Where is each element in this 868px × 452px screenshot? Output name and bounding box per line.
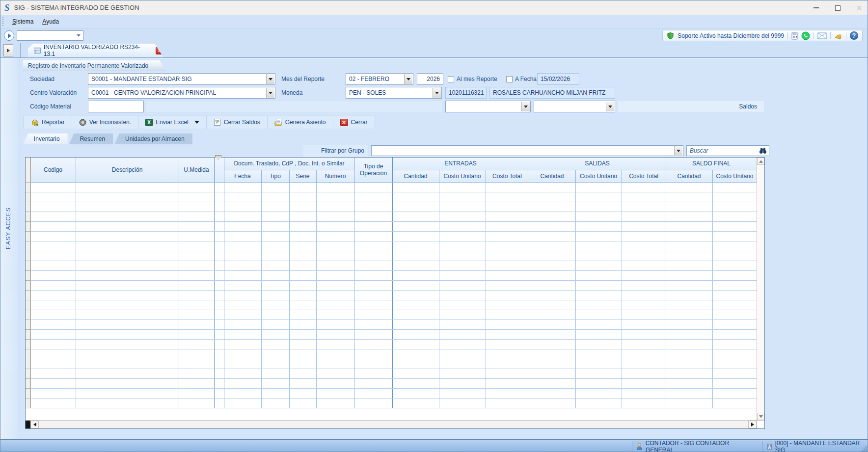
col-header-entradas-costo-total[interactable]: Costo Total: [486, 170, 529, 182]
fecha-field[interactable]: 15/02/2026: [537, 73, 579, 85]
col-header-salidas-costo-total[interactable]: Costo Total: [622, 170, 666, 182]
col-header-tipo-operacion[interactable]: Tipo de Operación: [354, 158, 392, 182]
scroll-left-button[interactable]: [30, 421, 39, 428]
dropdown-caret-icon[interactable]: [194, 121, 199, 124]
responsable-field[interactable]: ROSALES CARHUANCHO MILJAN FRITZ: [489, 87, 615, 99]
run-button[interactable]: [4, 30, 14, 41]
tab-close-icon[interactable]: ✕: [156, 47, 163, 54]
table-row[interactable]: [26, 221, 757, 231]
sidebar-expand-button[interactable]: [3, 44, 13, 56]
col-header-numero[interactable]: Numero: [316, 170, 354, 182]
chevron-down-icon[interactable]: [674, 146, 682, 155]
table-row[interactable]: [26, 290, 757, 300]
table-row[interactable]: [26, 270, 757, 280]
scroll-up-button[interactable]: [757, 158, 764, 165]
col-header-fecha[interactable]: Fecha: [224, 170, 261, 182]
scroll-right-button[interactable]: [748, 421, 757, 428]
row-selector-cell[interactable]: [26, 182, 30, 192]
row-selector-cell[interactable]: [26, 359, 30, 369]
col-header-saldo-costo-unitario[interactable]: Costo Unitario: [712, 170, 757, 182]
minimize-button[interactable]: [811, 2, 821, 13]
ver-inconsistencias-button[interactable]: Ver Inconsisten.: [72, 116, 138, 129]
table-row[interactable]: [26, 349, 757, 359]
quick-search-combobox[interactable]: [17, 30, 83, 41]
row-selector-cell[interactable]: [26, 192, 30, 202]
col-header-saldo-cantidad[interactable]: Cantidad: [666, 170, 712, 182]
row-selector-cell[interactable]: [26, 329, 30, 339]
table-row[interactable]: [26, 261, 757, 270]
table-row[interactable]: [26, 398, 757, 408]
table-row[interactable]: [26, 369, 757, 378]
table-row[interactable]: [26, 241, 757, 251]
row-selector-cell[interactable]: [26, 290, 30, 300]
moneda-combobox[interactable]: PEN - SOLES: [346, 87, 442, 99]
table-row[interactable]: [26, 182, 757, 192]
calculator-icon[interactable]: [791, 32, 798, 40]
row-selector-cell[interactable]: [26, 241, 30, 251]
col-header-serie[interactable]: Serie: [289, 170, 316, 182]
close-window-button[interactable]: ✕: [854, 2, 865, 13]
filtrar-por-grupo-combobox[interactable]: [371, 145, 683, 156]
row-selector-cell[interactable]: [26, 300, 30, 310]
table-row[interactable]: [26, 202, 757, 212]
chevron-down-icon[interactable]: [433, 88, 441, 98]
horizontal-scrollbar[interactable]: [26, 420, 757, 428]
col-header-codigo[interactable]: Codigo: [30, 158, 76, 182]
table-row[interactable]: [26, 300, 757, 310]
mail-icon[interactable]: [817, 32, 827, 39]
scroll-down-button[interactable]: [757, 413, 764, 420]
vertical-scrollbar[interactable]: [757, 158, 764, 420]
table-row[interactable]: [26, 339, 757, 349]
tab-inventario[interactable]: Inventario: [23, 133, 68, 144]
table-row[interactable]: [26, 319, 757, 329]
col-header-salidas-costo-unitario[interactable]: Costo Unitario: [575, 170, 622, 182]
row-selector-cell[interactable]: [26, 280, 30, 290]
horn-icon[interactable]: [834, 32, 842, 40]
table-row[interactable]: [26, 212, 757, 221]
table-row[interactable]: [26, 251, 757, 261]
row-selector-cell[interactable]: [26, 251, 30, 261]
row-selector-cell[interactable]: [26, 319, 30, 329]
chevron-down-icon[interactable]: [521, 102, 530, 111]
enviar-excel-button[interactable]: X Enviar Excel: [138, 116, 207, 129]
filtro2-combobox[interactable]: [534, 101, 615, 112]
table-row[interactable]: [26, 310, 757, 319]
maximize-button[interactable]: [832, 2, 843, 13]
chevron-down-icon[interactable]: [266, 74, 274, 84]
tab-unidades-por-almacen[interactable]: Unidades por Almacen: [114, 133, 192, 144]
binoculars-icon[interactable]: [759, 147, 767, 154]
row-selector-cell[interactable]: [26, 388, 30, 398]
chevron-down-icon[interactable]: [266, 88, 274, 98]
cerrar-saldos-button[interactable]: Cerrar Saldos: [207, 116, 268, 129]
table-row[interactable]: [26, 280, 757, 290]
table-row[interactable]: [26, 329, 757, 339]
row-selector-cell[interactable]: [26, 221, 30, 231]
saldos-label[interactable]: Saldos: [739, 103, 757, 110]
select-all-cell[interactable]: [26, 158, 30, 182]
reportar-button[interactable]: Reportar: [24, 116, 72, 129]
row-selector-cell[interactable]: [26, 339, 30, 349]
row-selector-cell[interactable]: [26, 231, 30, 241]
col-header-salidas-cantidad[interactable]: Cantidad: [529, 170, 575, 182]
a-fecha-checkbox[interactable]: A Fecha: [506, 73, 537, 85]
table-row[interactable]: [26, 192, 757, 202]
row-selector-cell[interactable]: [26, 202, 30, 212]
tab-inventario-valorizado[interactable]: INVENTARIO VALORIZADO RS234-13.1 ✕: [28, 44, 163, 57]
row-selector-cell[interactable]: [26, 270, 30, 280]
col-header-entradas-cantidad[interactable]: Cantidad: [392, 170, 439, 182]
menu-ayuda[interactable]: Ayuda: [38, 17, 63, 27]
help-icon[interactable]: ?: [850, 31, 858, 40]
col-header-descripcion[interactable]: Descripción: [76, 158, 179, 182]
whatsapp-icon[interactable]: [801, 31, 810, 40]
col-header-entradas-costo-unitario[interactable]: Costo Unitario: [439, 170, 486, 182]
row-selector-cell[interactable]: [26, 398, 30, 408]
row-selector-cell[interactable]: [26, 378, 30, 388]
filtro1-combobox[interactable]: [445, 101, 531, 112]
tab-resumen[interactable]: Resumen: [69, 133, 113, 144]
col-header-umedida[interactable]: U.Medida: [179, 158, 214, 182]
codigo-material-input[interactable]: [88, 101, 144, 112]
col-header-tipo[interactable]: Tipo: [261, 170, 289, 182]
ruc-field[interactable]: 10201116321: [445, 87, 487, 99]
row-selector-cell[interactable]: [26, 212, 30, 221]
chevron-down-icon[interactable]: [606, 102, 614, 111]
